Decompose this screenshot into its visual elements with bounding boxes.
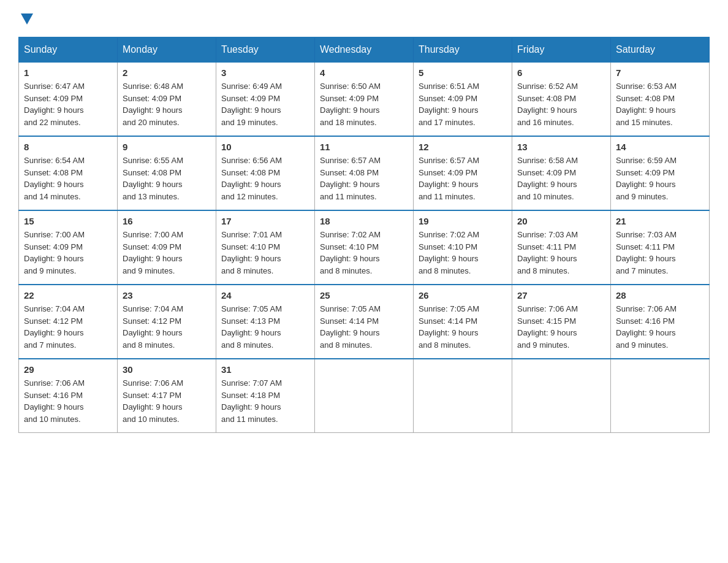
day-info: Sunrise: 6:47 AM Sunset: 4:09 PM Dayligh… [24, 80, 112, 128]
day-number: 7 [616, 67, 704, 78]
day-number: 28 [616, 290, 704, 301]
calendar-cell: 30 Sunrise: 7:06 AM Sunset: 4:17 PM Dayl… [118, 359, 216, 433]
week-row-4: 22 Sunrise: 7:04 AM Sunset: 4:12 PM Dayl… [19, 285, 710, 359]
day-info: Sunrise: 6:50 AM Sunset: 4:09 PM Dayligh… [320, 80, 408, 128]
logo-triangle-icon [21, 13, 33, 25]
calendar-cell: 9 Sunrise: 6:55 AM Sunset: 4:08 PM Dayli… [118, 136, 216, 210]
day-number: 15 [24, 216, 112, 226]
day-number: 12 [419, 142, 507, 152]
calendar-cell: 26 Sunrise: 7:05 AM Sunset: 4:14 PM Dayl… [414, 285, 512, 359]
day-number: 9 [123, 142, 211, 152]
day-header-monday: Monday [118, 37, 216, 62]
day-info: Sunrise: 7:06 AM Sunset: 4:16 PM Dayligh… [24, 377, 112, 425]
day-info: Sunrise: 6:57 AM Sunset: 4:09 PM Dayligh… [419, 155, 507, 202]
day-number: 30 [123, 364, 211, 375]
day-info: Sunrise: 6:51 AM Sunset: 4:09 PM Dayligh… [419, 80, 507, 128]
calendar-cell: 12 Sunrise: 6:57 AM Sunset: 4:09 PM Dayl… [414, 136, 512, 210]
week-row-3: 15 Sunrise: 7:00 AM Sunset: 4:09 PM Dayl… [19, 210, 710, 285]
day-info: Sunrise: 6:56 AM Sunset: 4:08 PM Dayligh… [221, 155, 309, 202]
calendar-cell: 23 Sunrise: 7:04 AM Sunset: 4:12 PM Dayl… [118, 285, 216, 359]
day-header-wednesday: Wednesday [315, 37, 414, 62]
day-info: Sunrise: 7:06 AM Sunset: 4:17 PM Dayligh… [123, 377, 211, 425]
header [18, 12, 710, 25]
day-number: 3 [221, 67, 309, 78]
day-number: 19 [419, 216, 507, 226]
week-row-5: 29 Sunrise: 7:06 AM Sunset: 4:16 PM Dayl… [19, 359, 710, 433]
day-header-thursday: Thursday [414, 37, 512, 62]
day-number: 4 [320, 67, 408, 78]
day-number: 27 [517, 290, 605, 301]
day-header-sunday: Sunday [19, 37, 118, 62]
day-info: Sunrise: 6:55 AM Sunset: 4:08 PM Dayligh… [123, 155, 211, 202]
calendar-cell: 8 Sunrise: 6:54 AM Sunset: 4:08 PM Dayli… [19, 136, 118, 210]
day-number: 20 [517, 216, 605, 226]
day-info: Sunrise: 7:06 AM Sunset: 4:15 PM Dayligh… [517, 303, 605, 351]
day-info: Sunrise: 6:57 AM Sunset: 4:08 PM Dayligh… [320, 155, 408, 202]
day-number: 17 [221, 216, 309, 226]
calendar-cell [611, 359, 710, 433]
day-number: 10 [221, 142, 309, 152]
calendar-cell: 20 Sunrise: 7:03 AM Sunset: 4:11 PM Dayl… [512, 210, 611, 285]
calendar-cell: 27 Sunrise: 7:06 AM Sunset: 4:15 PM Dayl… [512, 285, 611, 359]
day-number: 31 [221, 364, 309, 375]
day-number: 6 [517, 67, 605, 78]
day-number: 26 [419, 290, 507, 301]
day-info: Sunrise: 7:06 AM Sunset: 4:16 PM Dayligh… [616, 303, 704, 351]
day-number: 11 [320, 142, 408, 152]
calendar-cell: 25 Sunrise: 7:05 AM Sunset: 4:14 PM Dayl… [315, 285, 414, 359]
calendar-cell: 11 Sunrise: 6:57 AM Sunset: 4:08 PM Dayl… [315, 136, 414, 210]
day-header-row: SundayMondayTuesdayWednesdayThursdayFrid… [19, 37, 710, 62]
day-info: Sunrise: 6:49 AM Sunset: 4:09 PM Dayligh… [221, 80, 309, 128]
day-info: Sunrise: 6:59 AM Sunset: 4:09 PM Dayligh… [616, 155, 704, 202]
calendar-cell: 3 Sunrise: 6:49 AM Sunset: 4:09 PM Dayli… [216, 62, 315, 136]
day-header-tuesday: Tuesday [216, 37, 315, 62]
day-number: 13 [517, 142, 605, 152]
day-header-friday: Friday [512, 37, 611, 62]
day-info: Sunrise: 7:07 AM Sunset: 4:18 PM Dayligh… [221, 377, 309, 425]
day-number: 1 [24, 67, 112, 78]
calendar-cell: 24 Sunrise: 7:05 AM Sunset: 4:13 PM Dayl… [216, 285, 315, 359]
day-info: Sunrise: 7:04 AM Sunset: 4:12 PM Dayligh… [123, 303, 211, 351]
day-number: 14 [616, 142, 704, 152]
day-number: 5 [419, 67, 507, 78]
calendar-cell: 21 Sunrise: 7:03 AM Sunset: 4:11 PM Dayl… [611, 210, 710, 285]
calendar-cell: 16 Sunrise: 7:00 AM Sunset: 4:09 PM Dayl… [118, 210, 216, 285]
day-info: Sunrise: 7:02 AM Sunset: 4:10 PM Dayligh… [320, 229, 408, 277]
day-info: Sunrise: 6:58 AM Sunset: 4:09 PM Dayligh… [517, 155, 605, 202]
day-number: 25 [320, 290, 408, 301]
calendar-cell: 31 Sunrise: 7:07 AM Sunset: 4:18 PM Dayl… [216, 359, 315, 433]
day-header-saturday: Saturday [611, 37, 710, 62]
day-number: 22 [24, 290, 112, 301]
day-number: 21 [616, 216, 704, 226]
week-row-1: 1 Sunrise: 6:47 AM Sunset: 4:09 PM Dayli… [19, 62, 710, 136]
calendar-cell: 5 Sunrise: 6:51 AM Sunset: 4:09 PM Dayli… [414, 62, 512, 136]
calendar-cell [414, 359, 512, 433]
calendar-cell: 6 Sunrise: 6:52 AM Sunset: 4:08 PM Dayli… [512, 62, 611, 136]
calendar-cell: 1 Sunrise: 6:47 AM Sunset: 4:09 PM Dayli… [19, 62, 118, 136]
calendar-cell: 2 Sunrise: 6:48 AM Sunset: 4:09 PM Dayli… [118, 62, 216, 136]
day-info: Sunrise: 6:48 AM Sunset: 4:09 PM Dayligh… [123, 80, 211, 128]
day-number: 2 [123, 67, 211, 78]
calendar-cell: 18 Sunrise: 7:02 AM Sunset: 4:10 PM Dayl… [315, 210, 414, 285]
day-info: Sunrise: 7:04 AM Sunset: 4:12 PM Dayligh… [24, 303, 112, 351]
day-info: Sunrise: 7:03 AM Sunset: 4:11 PM Dayligh… [616, 229, 704, 277]
calendar-cell [512, 359, 611, 433]
week-row-2: 8 Sunrise: 6:54 AM Sunset: 4:08 PM Dayli… [19, 136, 710, 210]
day-info: Sunrise: 7:02 AM Sunset: 4:10 PM Dayligh… [419, 229, 507, 277]
calendar-cell: 4 Sunrise: 6:50 AM Sunset: 4:09 PM Dayli… [315, 62, 414, 136]
calendar-cell: 19 Sunrise: 7:02 AM Sunset: 4:10 PM Dayl… [414, 210, 512, 285]
logo [18, 12, 33, 25]
day-info: Sunrise: 7:05 AM Sunset: 4:14 PM Dayligh… [320, 303, 408, 351]
day-info: Sunrise: 7:00 AM Sunset: 4:09 PM Dayligh… [24, 229, 112, 277]
calendar-cell: 13 Sunrise: 6:58 AM Sunset: 4:09 PM Dayl… [512, 136, 611, 210]
day-info: Sunrise: 7:00 AM Sunset: 4:09 PM Dayligh… [123, 229, 211, 277]
day-info: Sunrise: 7:05 AM Sunset: 4:13 PM Dayligh… [221, 303, 309, 351]
day-info: Sunrise: 7:01 AM Sunset: 4:10 PM Dayligh… [221, 229, 309, 277]
calendar-cell: 15 Sunrise: 7:00 AM Sunset: 4:09 PM Dayl… [19, 210, 118, 285]
day-info: Sunrise: 7:05 AM Sunset: 4:14 PM Dayligh… [419, 303, 507, 351]
day-number: 16 [123, 216, 211, 226]
day-number: 29 [24, 364, 112, 375]
calendar-cell: 10 Sunrise: 6:56 AM Sunset: 4:08 PM Dayl… [216, 136, 315, 210]
calendar-cell: 17 Sunrise: 7:01 AM Sunset: 4:10 PM Dayl… [216, 210, 315, 285]
calendar-cell: 29 Sunrise: 7:06 AM Sunset: 4:16 PM Dayl… [19, 359, 118, 433]
